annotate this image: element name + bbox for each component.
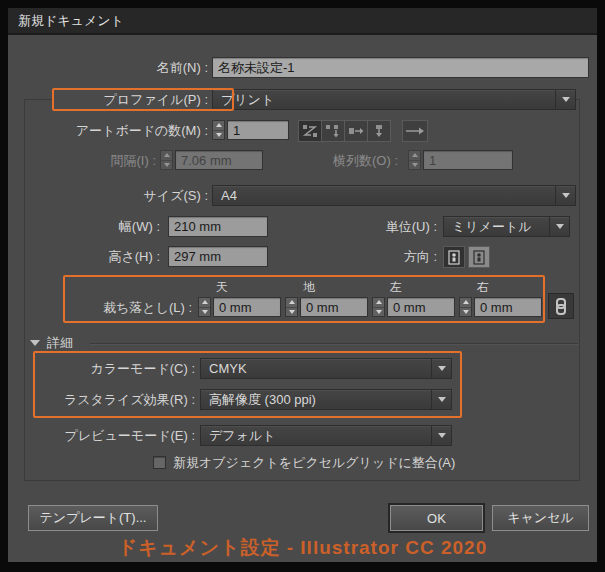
height-input[interactable]: 297 mm [168,246,268,267]
portrait-orientation-icon [448,250,460,265]
preview-mode-select[interactable]: デフォルト [200,425,452,446]
right-arrow-icon [405,124,425,138]
size-select[interactable]: A4 [212,185,576,206]
unit-selected-value: ミリメートル [452,219,532,234]
name-label: 名前(N) : [8,57,208,78]
arrange-by-row-icon [348,124,364,138]
width-input[interactable]: 210 mm [168,216,268,237]
dialog-title: 新規ドキュメント [18,13,124,28]
stepper-down-icon [409,160,420,170]
columns-stepper [408,150,421,170]
size-selected-value: A4 [221,188,237,203]
unit-dropdown-button[interactable] [549,217,569,236]
bleed-bottom-input[interactable]: 0 mm [300,297,368,317]
annotation-caption: ドキュメント設定 - Illustrator CC 2020 [8,535,597,561]
arrange-by-column-button[interactable] [367,120,391,142]
unit-select[interactable]: ミリメートル [443,216,570,237]
size-dropdown-button[interactable] [555,186,575,205]
chevron-down-icon [562,193,570,198]
columns-label: 横列数(O) : [258,150,398,171]
chevron-down-icon [438,397,446,402]
preview-mode-dropdown-button[interactable] [431,426,451,445]
dialog-titlebar[interactable]: 新規ドキュメント [8,8,597,35]
layout-direction-button[interactable] [402,120,428,142]
landscape-orientation-icon [473,250,485,265]
orientation-portrait-button[interactable] [443,246,465,268]
spacing-input: 7.06 mm [175,150,263,170]
bleed-link-button[interactable] [548,293,574,319]
color-mode-selected-value: CMYK [209,361,247,376]
color-mode-label: カラーモード(C) : [8,358,195,379]
bleed-top-stepper[interactable] [198,297,211,317]
arrange-by-row-button[interactable] [344,120,368,142]
screen: 新規ドキュメント 名前(N) : 名称未設定-1 プリント プロファイル(P) … [0,0,605,572]
cancel-button[interactable]: キャンセル [492,505,589,531]
bleed-right-label: 右 [477,279,489,296]
stepper-down-icon[interactable] [286,307,297,317]
stepper-down-icon[interactable] [460,307,471,317]
grid-by-column-button[interactable] [321,120,345,142]
orientation-label: 方向 : [288,246,437,267]
stepper-up-icon[interactable] [373,298,384,307]
grid-by-column-icon [325,124,341,138]
artboards-stepper[interactable] [212,120,225,140]
profile-label: プロファイル(P) : [8,89,208,110]
bleed-bottom-stepper[interactable] [285,297,298,317]
stepper-up-icon [161,151,172,160]
orientation-landscape-button[interactable] [468,246,490,268]
stepper-up-icon [409,151,420,160]
raster-effects-selected-value: 高解像度 (300 ppi) [209,392,316,407]
chevron-down-icon [438,433,446,438]
profile-dropdown-button[interactable] [555,90,575,109]
stepper-up-icon[interactable] [460,298,471,307]
profile-select[interactable]: プリント [212,89,576,110]
link-icon [555,298,567,315]
size-label: サイズ(S) : [8,185,208,206]
disclosure-triangle-icon [30,340,40,346]
bleed-right-stepper[interactable] [459,297,472,317]
template-button[interactable]: テンプレート(T)... [28,505,158,531]
details-section-title: 詳細 [47,334,73,352]
color-mode-dropdown-button[interactable] [431,359,451,378]
profile-selected-value: プリント [221,92,274,107]
stepper-up-icon[interactable] [199,298,210,307]
spacing-stepper [160,150,173,170]
bleed-bottom-label: 地 [303,279,315,296]
details-section-header[interactable]: 詳細 [30,335,73,351]
color-mode-select[interactable]: CMYK [200,358,452,379]
grid-by-row-button[interactable] [298,120,322,142]
bleed-left-stepper[interactable] [372,297,385,317]
raster-effects-dropdown-button[interactable] [431,390,451,409]
unit-label: 単位(U) : [288,216,437,237]
bleed-left-input[interactable]: 0 mm [387,297,455,317]
chevron-down-icon [562,97,570,102]
align-pixel-grid-label: 新規オブジェクトをピクセルグリッドに整合(A) [173,454,493,471]
ok-button[interactable]: OK [390,505,483,531]
stepper-up-icon[interactable] [286,298,297,307]
arrange-by-column-icon [371,124,387,138]
chevron-down-icon [438,366,446,371]
raster-effects-select[interactable]: 高解像度 (300 ppi) [200,389,452,410]
name-input[interactable]: 名称未設定-1 [212,57,589,78]
stepper-down-icon[interactable] [213,130,224,140]
bleed-left-label: 左 [390,279,402,296]
bleed-top-input[interactable]: 0 mm [213,297,281,317]
height-label: 高さ(H) : [8,246,160,267]
artboards-label: アートボードの数(M) : [8,120,208,141]
preview-mode-label: プレビューモード(E) : [8,425,195,446]
grid-by-row-icon [302,124,318,138]
stepper-down-icon[interactable] [373,307,384,317]
stepper-down-icon[interactable] [199,307,210,317]
columns-input: 1 [423,150,513,170]
new-document-dialog: 新規ドキュメント 名前(N) : 名称未設定-1 プリント プロファイル(P) … [8,8,597,562]
width-label: 幅(W) : [8,216,160,237]
stepper-down-icon [161,160,172,170]
chevron-down-icon [556,224,564,229]
spacing-label: 間隔(I) : [8,150,156,171]
align-pixel-grid-checkbox[interactable] [153,456,166,469]
bleed-right-input[interactable]: 0 mm [474,297,542,317]
details-divider [90,343,578,344]
artboards-input[interactable]: 1 [227,120,289,140]
preview-mode-selected-value: デフォルト [209,428,276,443]
stepper-up-icon[interactable] [213,121,224,130]
